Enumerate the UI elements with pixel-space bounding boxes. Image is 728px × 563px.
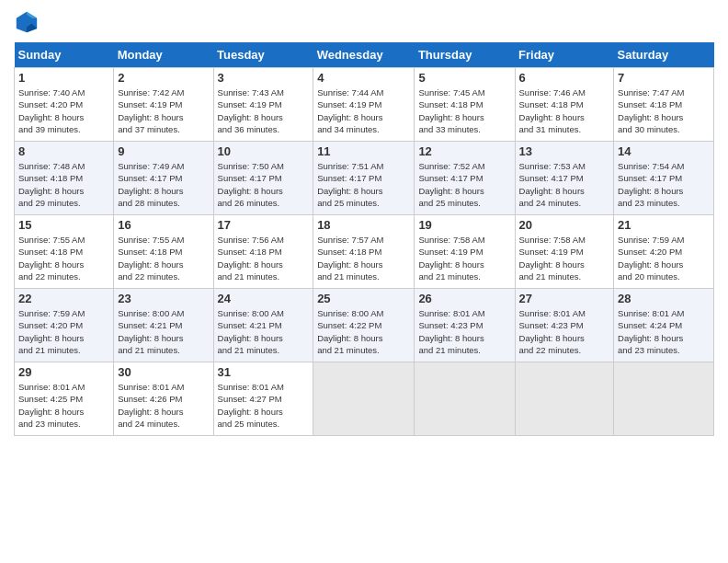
calendar-week-1: 1Sunrise: 7:40 AM Sunset: 4:20 PM Daylig… [15, 68, 714, 142]
empty-cell [313, 362, 415, 436]
logo-icon [14, 9, 40, 35]
day-cell-18: 18Sunrise: 7:57 AM Sunset: 4:18 PM Dayli… [313, 215, 415, 289]
page: SundayMondayTuesdayWednesdayThursdayFrid… [0, 0, 728, 445]
day-cell-4: 4Sunrise: 7:44 AM Sunset: 4:19 PM Daylig… [313, 68, 415, 142]
day-cell-26: 26Sunrise: 8:01 AM Sunset: 4:23 PM Dayli… [415, 289, 515, 362]
day-cell-10: 10Sunrise: 7:50 AM Sunset: 4:17 PM Dayli… [213, 142, 313, 215]
logo [14, 9, 43, 35]
day-info: Sunrise: 7:49 AM Sunset: 4:17 PM Dayligh… [118, 160, 209, 209]
day-number: 17 [218, 218, 310, 232]
day-cell-25: 25Sunrise: 8:00 AM Sunset: 4:22 PM Dayli… [313, 289, 415, 362]
day-cell-15: 15Sunrise: 7:55 AM Sunset: 4:18 PM Dayli… [15, 215, 114, 289]
calendar-week-5: 29Sunrise: 8:01 AM Sunset: 4:25 PM Dayli… [15, 362, 714, 436]
day-number: 24 [218, 292, 310, 305]
day-info: Sunrise: 8:01 AM Sunset: 4:23 PM Dayligh… [519, 307, 610, 356]
calendar-week-4: 22Sunrise: 7:59 AM Sunset: 4:20 PM Dayli… [15, 289, 714, 362]
day-cell-19: 19Sunrise: 7:58 AM Sunset: 4:19 PM Dayli… [415, 215, 515, 289]
day-info: Sunrise: 7:59 AM Sunset: 4:20 PM Dayligh… [618, 234, 710, 282]
day-number: 9 [118, 144, 209, 158]
day-info: Sunrise: 8:01 AM Sunset: 4:24 PM Dayligh… [618, 307, 710, 356]
day-info: Sunrise: 8:00 AM Sunset: 4:21 PM Dayligh… [118, 307, 209, 356]
day-info: Sunrise: 7:53 AM Sunset: 4:17 PM Dayligh… [519, 160, 610, 209]
day-header-thursday: Thursday [415, 42, 515, 68]
day-cell-20: 20Sunrise: 7:58 AM Sunset: 4:19 PM Dayli… [515, 215, 614, 289]
day-info: Sunrise: 8:01 AM Sunset: 4:23 PM Dayligh… [418, 307, 510, 356]
day-number: 7 [618, 71, 710, 85]
day-info: Sunrise: 7:52 AM Sunset: 4:17 PM Dayligh… [418, 160, 510, 209]
day-cell-3: 3Sunrise: 7:43 AM Sunset: 4:19 PM Daylig… [213, 68, 313, 142]
day-header-saturday: Saturday [614, 42, 714, 68]
day-cell-12: 12Sunrise: 7:52 AM Sunset: 4:17 PM Dayli… [415, 142, 515, 215]
day-info: Sunrise: 7:40 AM Sunset: 4:20 PM Dayligh… [18, 86, 109, 135]
day-info: Sunrise: 7:57 AM Sunset: 4:18 PM Dayligh… [317, 234, 410, 282]
day-number: 26 [418, 292, 510, 305]
day-number: 21 [618, 218, 710, 232]
day-info: Sunrise: 7:44 AM Sunset: 4:19 PM Dayligh… [317, 86, 410, 135]
day-info: Sunrise: 8:00 AM Sunset: 4:22 PM Dayligh… [317, 307, 410, 356]
day-number: 4 [317, 71, 410, 85]
day-cell-31: 31Sunrise: 8:01 AM Sunset: 4:27 PM Dayli… [213, 362, 313, 436]
day-info: Sunrise: 7:47 AM Sunset: 4:18 PM Dayligh… [618, 86, 710, 135]
day-number: 25 [317, 292, 410, 305]
day-info: Sunrise: 8:00 AM Sunset: 4:21 PM Dayligh… [218, 307, 310, 356]
day-cell-27: 27Sunrise: 8:01 AM Sunset: 4:23 PM Dayli… [515, 289, 614, 362]
day-cell-17: 17Sunrise: 7:56 AM Sunset: 4:18 PM Dayli… [213, 215, 313, 289]
day-cell-16: 16Sunrise: 7:55 AM Sunset: 4:18 PM Dayli… [114, 215, 213, 289]
day-info: Sunrise: 7:46 AM Sunset: 4:18 PM Dayligh… [519, 86, 610, 135]
day-number: 16 [118, 218, 209, 232]
day-cell-30: 30Sunrise: 8:01 AM Sunset: 4:26 PM Dayli… [114, 362, 213, 436]
day-info: Sunrise: 8:01 AM Sunset: 4:25 PM Dayligh… [18, 381, 109, 430]
day-number: 23 [118, 292, 209, 305]
day-info: Sunrise: 7:59 AM Sunset: 4:20 PM Dayligh… [18, 307, 109, 356]
day-number: 8 [18, 144, 109, 158]
day-info: Sunrise: 7:55 AM Sunset: 4:18 PM Dayligh… [118, 234, 209, 282]
day-header-monday: Monday [114, 42, 213, 68]
day-cell-28: 28Sunrise: 8:01 AM Sunset: 4:24 PM Dayli… [614, 289, 714, 362]
day-number: 2 [118, 71, 209, 85]
day-header-friday: Friday [515, 42, 614, 68]
day-number: 3 [218, 71, 310, 85]
day-cell-23: 23Sunrise: 8:00 AM Sunset: 4:21 PM Dayli… [114, 289, 213, 362]
header-row: SundayMondayTuesdayWednesdayThursdayFrid… [15, 42, 714, 68]
day-info: Sunrise: 7:50 AM Sunset: 4:17 PM Dayligh… [218, 160, 310, 209]
day-info: Sunrise: 7:54 AM Sunset: 4:17 PM Dayligh… [618, 160, 710, 209]
day-cell-6: 6Sunrise: 7:46 AM Sunset: 4:18 PM Daylig… [515, 68, 614, 142]
day-number: 30 [118, 365, 209, 379]
day-number: 28 [618, 292, 710, 305]
day-cell-13: 13Sunrise: 7:53 AM Sunset: 4:17 PM Dayli… [515, 142, 614, 215]
empty-cell [614, 362, 714, 436]
day-info: Sunrise: 8:01 AM Sunset: 4:27 PM Dayligh… [218, 381, 310, 430]
day-number: 29 [18, 365, 109, 379]
day-cell-2: 2Sunrise: 7:42 AM Sunset: 4:19 PM Daylig… [114, 68, 213, 142]
day-number: 10 [218, 144, 310, 158]
day-number: 13 [519, 144, 610, 158]
day-info: Sunrise: 8:01 AM Sunset: 4:26 PM Dayligh… [118, 381, 209, 430]
day-number: 18 [317, 218, 410, 232]
day-info: Sunrise: 7:55 AM Sunset: 4:18 PM Dayligh… [18, 234, 109, 282]
day-cell-14: 14Sunrise: 7:54 AM Sunset: 4:17 PM Dayli… [614, 142, 714, 215]
day-number: 5 [418, 71, 510, 85]
day-number: 12 [418, 144, 510, 158]
day-cell-22: 22Sunrise: 7:59 AM Sunset: 4:20 PM Dayli… [15, 289, 114, 362]
day-number: 14 [618, 144, 710, 158]
day-header-sunday: Sunday [15, 42, 114, 68]
day-cell-1: 1Sunrise: 7:40 AM Sunset: 4:20 PM Daylig… [15, 68, 114, 142]
day-info: Sunrise: 7:45 AM Sunset: 4:18 PM Dayligh… [418, 86, 510, 135]
day-cell-9: 9Sunrise: 7:49 AM Sunset: 4:17 PM Daylig… [114, 142, 213, 215]
day-info: Sunrise: 7:56 AM Sunset: 4:18 PM Dayligh… [218, 234, 310, 282]
day-number: 1 [18, 71, 109, 85]
calendar-table: SundayMondayTuesdayWednesdayThursdayFrid… [14, 42, 714, 436]
day-header-tuesday: Tuesday [213, 42, 313, 68]
day-number: 20 [519, 218, 610, 232]
day-number: 22 [18, 292, 109, 305]
day-cell-29: 29Sunrise: 8:01 AM Sunset: 4:25 PM Dayli… [15, 362, 114, 436]
day-info: Sunrise: 7:51 AM Sunset: 4:17 PM Dayligh… [317, 160, 410, 209]
day-cell-24: 24Sunrise: 8:00 AM Sunset: 4:21 PM Dayli… [213, 289, 313, 362]
day-info: Sunrise: 7:58 AM Sunset: 4:19 PM Dayligh… [418, 234, 510, 282]
day-info: Sunrise: 7:43 AM Sunset: 4:19 PM Dayligh… [218, 86, 310, 135]
empty-cell [415, 362, 515, 436]
day-number: 27 [519, 292, 610, 305]
day-cell-21: 21Sunrise: 7:59 AM Sunset: 4:20 PM Dayli… [614, 215, 714, 289]
empty-cell [515, 362, 614, 436]
day-number: 6 [519, 71, 610, 85]
